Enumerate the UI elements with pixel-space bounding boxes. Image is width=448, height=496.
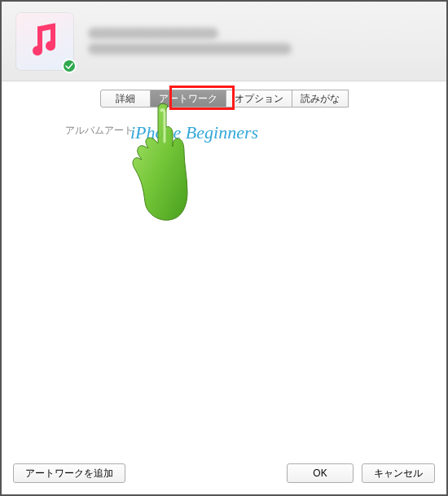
tab-artwork[interactable]: アートワーク: [150, 90, 226, 108]
dialog-confirm-buttons: OK キャンセル: [287, 463, 435, 483]
track-metadata: [88, 24, 292, 59]
header: [2, 2, 446, 81]
music-note-icon: [29, 23, 60, 57]
artwork-panel: アルバムアート iPhone Beginners: [2, 108, 446, 149]
tab-pronunciation[interactable]: 読みがな: [292, 90, 349, 108]
check-badge-icon: [62, 59, 77, 73]
ok-button[interactable]: OK: [287, 463, 354, 483]
dialog-button-bar: アートワークを追加 OK キャンセル: [2, 455, 446, 494]
album-artwork-thumbnail: [16, 13, 73, 70]
tab-bar: 詳細 アートワーク オプション 読みがな: [2, 90, 446, 108]
track-title-blurred: [88, 28, 218, 39]
cancel-button[interactable]: キャンセル: [362, 463, 435, 483]
tab-options[interactable]: オプション: [226, 90, 292, 108]
tab-details[interactable]: 詳細: [100, 90, 151, 108]
add-artwork-button[interactable]: アートワークを追加: [13, 463, 125, 483]
track-subtitle-blurred: [88, 43, 292, 55]
watermark-text: iPhone Beginners: [130, 122, 258, 143]
